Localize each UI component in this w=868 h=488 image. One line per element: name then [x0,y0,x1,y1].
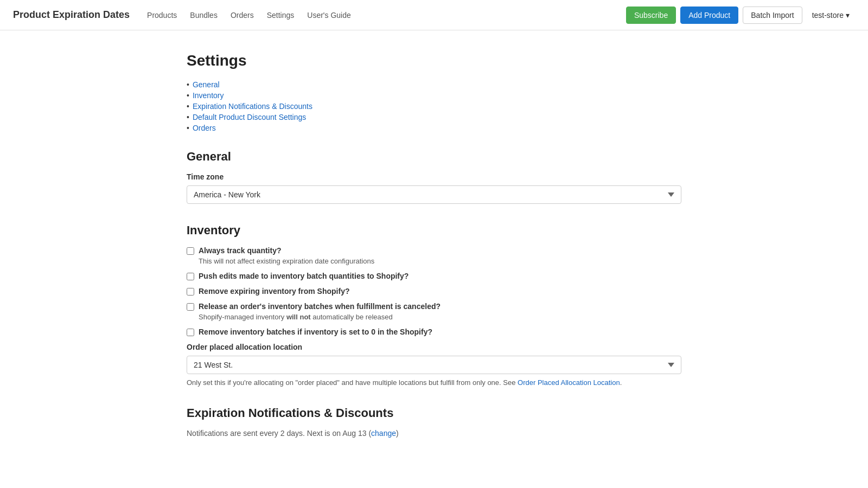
allocation-section: Order placed allocation location 21 West… [187,343,681,387]
checkbox-remove-batches-label[interactable]: Remove inventory batches if inventory is… [187,328,681,336]
checkbox-release-order-hint-suffix: automatically be released [311,313,393,321]
notifications-hint-prefix: Notifications are sent every 2 days. Nex… [187,429,371,438]
checkbox-always-track-label[interactable]: Always track quantity? [187,246,681,255]
subscribe-button[interactable]: Subscribe [626,7,676,24]
checkbox-release-order-label[interactable]: Release an order's inventory batches whe… [187,302,681,311]
toc-item-inventory: Inventory [187,91,681,100]
chevron-down-icon: ▾ [846,11,850,20]
header-actions: Subscribe Add Product Batch Import test-… [626,7,855,24]
inventory-section: Inventory Always track quantity? This wi… [187,223,681,387]
checkbox-release-order-hint-bold: will not [286,313,311,321]
toc-link-general[interactable]: General [193,80,220,89]
checkbox-release-order-text: Release an order's inventory batches whe… [199,302,441,311]
allocation-label: Order placed allocation location [187,343,681,351]
checkbox-release-order-input[interactable] [187,303,194,311]
checkbox-push-edits-label[interactable]: Push edits made to inventory batch quant… [187,272,681,280]
checkbox-always-track-input[interactable] [187,247,194,255]
allocation-select[interactable]: 21 West St. Warehouse A Warehouse B [187,356,681,374]
checkbox-remove-batches: Remove inventory batches if inventory is… [187,328,681,336]
notifications-hint-suffix: ) [396,429,399,438]
timezone-select[interactable]: America - New York America - Chicago Ame… [187,185,681,204]
checkbox-release-order: Release an order's inventory batches whe… [187,302,681,321]
toc-item-general: General [187,80,681,89]
toc-link-orders[interactable]: Orders [193,124,216,132]
nav-orders[interactable]: Orders [231,11,254,20]
notifications-hint: Notifications are sent every 2 days. Nex… [187,429,681,438]
checkbox-push-edits: Push edits made to inventory batch quant… [187,272,681,280]
inventory-title: Inventory [187,223,681,237]
checkbox-release-order-hint: Shopify-managed inventory will not autom… [199,313,681,321]
store-dropdown[interactable]: test-store ▾ [807,7,855,23]
toc-link-inventory[interactable]: Inventory [193,91,224,100]
timezone-label: Time zone [187,172,681,181]
main-content: Settings General Inventory Expiration No… [174,30,694,479]
checkbox-remove-expiring-label[interactable]: Remove expiring inventory from Shopify? [187,287,681,296]
toc-item-discount: Default Product Discount Settings [187,113,681,121]
brand-title: Product Expiration Dates [13,9,130,21]
checkbox-always-track-hint: This will not affect existing expiration… [199,257,681,265]
nav-users-guide[interactable]: User's Guide [307,11,350,20]
checkbox-remove-expiring: Remove expiring inventory from Shopify? [187,287,681,296]
nav-products[interactable]: Products [147,11,177,20]
table-of-contents: General Inventory Expiration Notificatio… [187,80,681,132]
header: Product Expiration Dates Products Bundle… [0,0,868,30]
toc-item-expiration: Expiration Notifications & Discounts [187,102,681,111]
store-name: test-store [812,11,844,20]
notifications-change-link[interactable]: change [371,429,396,438]
checkbox-remove-expiring-text: Remove expiring inventory from Shopify? [199,287,350,296]
general-title: General [187,150,681,164]
toc-item-orders: Orders [187,124,681,132]
allocation-hint-prefix: Only set this if you're allocating on "o… [187,378,518,387]
checkbox-remove-batches-text: Remove inventory batches if inventory is… [199,328,432,336]
add-product-button[interactable]: Add Product [680,7,738,24]
checkbox-remove-batches-input[interactable] [187,329,194,336]
checkbox-remove-expiring-input[interactable] [187,288,194,296]
expiration-section: Expiration Notifications & Discounts Not… [187,406,681,438]
main-nav: Products Bundles Orders Settings User's … [147,11,626,20]
page-title: Settings [187,52,681,69]
checkbox-push-edits-input[interactable] [187,273,194,280]
checkbox-release-order-hint-prefix: Shopify-managed inventory [199,313,286,321]
batch-import-button[interactable]: Batch Import [743,7,802,24]
checkbox-push-edits-text: Push edits made to inventory batch quant… [199,272,409,280]
allocation-hint: Only set this if you're allocating on "o… [187,378,681,387]
checkbox-always-track-text: Always track quantity? [199,246,282,255]
nav-settings[interactable]: Settings [267,11,295,20]
allocation-hint-link[interactable]: Order Placed Allocation Location [518,378,620,387]
general-section: General Time zone America - New York Ame… [187,150,681,204]
checkbox-always-track: Always track quantity? This will not aff… [187,246,681,265]
toc-link-discount[interactable]: Default Product Discount Settings [193,113,306,121]
nav-bundles[interactable]: Bundles [190,11,218,20]
toc-link-expiration[interactable]: Expiration Notifications & Discounts [193,102,312,111]
allocation-hint-suffix: . [620,378,622,387]
expiration-title: Expiration Notifications & Discounts [187,406,681,420]
